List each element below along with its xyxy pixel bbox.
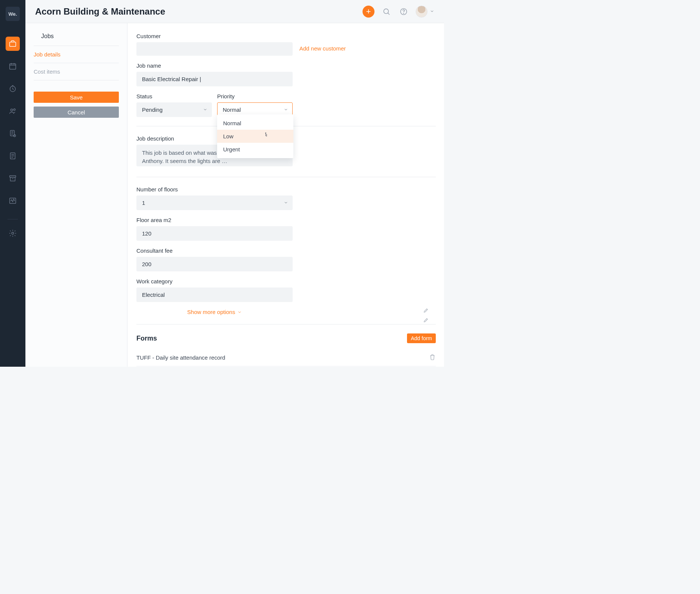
priority-option-low-label: Low [223, 133, 234, 139]
svg-point-14 [403, 13, 404, 13]
priority-option-normal[interactable]: Normal [217, 117, 293, 130]
rail-settings-icon[interactable] [6, 226, 20, 240]
status-priority-row: Status Pending Priority Normal [136, 93, 436, 117]
trash-icon [429, 354, 436, 360]
help-button[interactable] [398, 6, 409, 17]
svg-point-4 [13, 109, 15, 111]
pencil-icon[interactable] [423, 317, 429, 324]
rail-doc-icon[interactable] [6, 149, 20, 163]
num-floors-label: Number of floors [136, 186, 436, 193]
app-logo: We. [6, 7, 20, 21]
tab-cost-items[interactable]: Cost items [34, 63, 119, 80]
svg-point-3 [11, 109, 13, 111]
rail-jobs-icon[interactable] [6, 37, 20, 51]
user-menu[interactable] [416, 6, 434, 18]
rail-calendar-icon[interactable] [6, 59, 20, 73]
consultant-fee-input[interactable] [136, 257, 293, 271]
forms-heading: Forms [136, 335, 157, 342]
section-divider [136, 324, 436, 324]
side-panel: Jobs Job details Cost items Save Cancel [25, 23, 127, 367]
top-header: Acorn Building & Maintenance + [25, 0, 444, 23]
avatar [416, 6, 428, 18]
rail-invoice-icon[interactable] [6, 126, 20, 141]
cancel-button[interactable]: Cancel [34, 107, 119, 118]
main-content: Customer Add new customer Job name Statu… [127, 23, 444, 367]
chevron-down-icon [237, 310, 242, 314]
plus-icon: + [366, 7, 371, 16]
work-category-field: Work category [136, 278, 436, 302]
chevron-down-icon [430, 8, 434, 15]
priority-dropdown: Normal Low Urgent [217, 114, 293, 158]
form-row: Chimney/flue fireplace and hearth commis… [136, 366, 436, 367]
rail-archive-icon[interactable] [6, 171, 20, 185]
work-category-input[interactable] [136, 287, 293, 302]
nav-rail: We. [0, 0, 25, 367]
svg-rect-9 [10, 177, 15, 181]
add-form-button[interactable]: Add form [407, 333, 436, 343]
job-name-label: Job name [136, 62, 436, 69]
tab-job-details[interactable]: Job details [34, 46, 119, 63]
status-label: Status [136, 93, 212, 99]
floor-area-input[interactable] [136, 226, 293, 241]
show-more-label: Show more options [187, 309, 235, 315]
section-divider [136, 177, 436, 177]
edit-icons [423, 307, 429, 324]
forms-header: Forms Add form [136, 333, 436, 343]
cursor-icon [263, 132, 269, 139]
help-icon [400, 7, 408, 16]
rail-clock-icon[interactable] [6, 81, 20, 96]
save-button[interactable]: Save [34, 92, 119, 103]
svg-point-12 [384, 9, 389, 13]
num-floors-select[interactable]: 1 [136, 196, 293, 210]
priority-option-urgent[interactable]: Urgent [217, 143, 293, 156]
rail-activity-icon[interactable] [6, 194, 20, 208]
consultant-fee-label: Consultant fee [136, 247, 436, 254]
side-heading: Jobs [34, 30, 119, 46]
delete-form-button[interactable] [429, 354, 436, 361]
rail-divider [7, 219, 18, 219]
num-floors-value: 1 [136, 196, 293, 210]
floor-area-label: Floor area m2 [136, 217, 436, 223]
priority-label: Priority [217, 93, 293, 99]
customer-input[interactable] [136, 42, 293, 56]
job-name-field: Job name [136, 62, 436, 86]
svg-rect-1 [10, 64, 16, 70]
app-logo-text: We. [9, 11, 17, 17]
customer-label: Customer [136, 33, 436, 39]
form-row: TUFF - Daily site attendance record [136, 349, 436, 366]
work-category-label: Work category [136, 278, 436, 284]
form-row-label: TUFF - Daily site attendance record [136, 354, 225, 361]
floor-area-field: Floor area m2 [136, 217, 436, 241]
status-select[interactable]: Pending [136, 102, 212, 117]
add-customer-link[interactable]: Add new customer [299, 42, 346, 52]
consultant-fee-field: Consultant fee [136, 247, 436, 271]
num-floors-field: Number of floors 1 [136, 186, 436, 210]
customer-field: Customer Add new customer [136, 33, 436, 56]
pencil-icon[interactable] [423, 307, 429, 315]
priority-option-low[interactable]: Low [217, 130, 293, 143]
search-button[interactable] [381, 6, 392, 17]
page-title: Acorn Building & Maintenance [35, 6, 165, 17]
show-more-options[interactable]: Show more options [136, 309, 293, 315]
search-icon [382, 7, 391, 16]
rail-people-icon[interactable] [6, 104, 20, 118]
add-button[interactable]: + [363, 6, 374, 18]
svg-point-11 [12, 232, 14, 234]
job-name-input[interactable] [136, 72, 293, 86]
status-value: Pending [136, 102, 212, 117]
svg-rect-0 [10, 42, 16, 46]
